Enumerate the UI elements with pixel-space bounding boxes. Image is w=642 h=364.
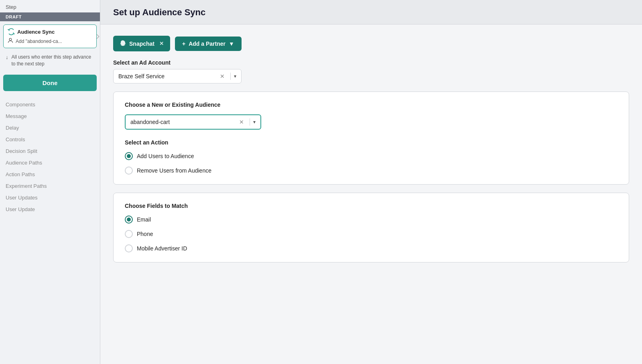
field-email-radio[interactable]: [125, 216, 133, 224]
action-add-label: Add Users to Audience: [137, 153, 194, 159]
dropdown-caret-icon: ▼: [229, 41, 234, 47]
fields-card: Choose Fields to Match Email Phone Mobil…: [113, 193, 629, 262]
step-name: Audience Sync: [17, 29, 55, 35]
action-remove-radio[interactable]: [125, 167, 133, 175]
down-arrow-icon: ↓: [6, 54, 8, 61]
sidebar-item-message[interactable]: Message: [6, 113, 94, 119]
sidebar-item-audience-paths[interactable]: Audience Paths: [6, 160, 94, 166]
field-phone-radio[interactable]: [125, 230, 133, 238]
action-section-label: Select an Action: [125, 139, 618, 146]
snapchat-partner-button[interactable]: Snapchat ✕: [113, 36, 170, 51]
audience-clear-icon[interactable]: ✕: [239, 119, 244, 125]
svg-point-0: [9, 38, 12, 41]
sidebar-item-user-update[interactable]: User Update: [6, 206, 94, 212]
user-icon: [8, 38, 13, 45]
field-phone[interactable]: Phone: [125, 230, 618, 238]
sidebar-nav: Components Message Delay Controls Decisi…: [0, 98, 100, 216]
audience-caret-icon[interactable]: ▾: [253, 119, 256, 125]
audience-section: Choose a New or Existing Audience abando…: [125, 102, 618, 130]
field-email-label: Email: [137, 216, 151, 223]
sync-icon: [8, 28, 15, 35]
sidebar-item-user-updates[interactable]: User Updates: [6, 195, 94, 201]
audience-action-card: Choose a New or Existing Audience abando…: [113, 92, 629, 185]
sidebar-item-delay[interactable]: Delay: [6, 125, 94, 131]
fields-radio-group: Email Phone Mobile Advertiser ID: [125, 216, 618, 252]
page-title: Set up Audience Sync: [113, 7, 629, 18]
ad-account-select[interactable]: Braze Self Service ✕ ▾: [113, 69, 242, 83]
step-sub-label: Add "abandoned-ca...: [16, 39, 62, 44]
divider: [250, 118, 250, 126]
ad-account-label: Select an Ad Account: [113, 59, 629, 66]
field-mobile-label: Mobile Advertiser ID: [137, 245, 187, 252]
sidebar-item-components[interactable]: Components: [6, 102, 94, 108]
action-add-radio[interactable]: [125, 152, 133, 160]
chevron-right-icon: [96, 34, 102, 39]
ad-account-caret-icon[interactable]: ▾: [234, 73, 236, 79]
sidebar-item-experiment-paths[interactable]: Experiment Paths: [6, 183, 94, 189]
sidebar-step-audience-sync[interactable]: Audience Sync Add "abandoned-ca...: [3, 24, 97, 48]
audience-value: abandoned-cart: [130, 119, 239, 125]
plus-icon: +: [182, 41, 185, 47]
snapchat-label: Snapchat: [129, 41, 154, 47]
add-partner-label: Add a Partner: [189, 41, 226, 47]
action-radio-group: Add Users to Audience Remove Users from …: [125, 152, 618, 175]
audience-section-label: Choose a New or Existing Audience: [125, 102, 618, 108]
action-add-users[interactable]: Add Users to Audience: [125, 152, 618, 160]
field-email[interactable]: Email: [125, 216, 618, 224]
done-button[interactable]: Done: [3, 75, 97, 91]
step-label: Step: [0, 0, 100, 12]
snapchat-icon: [120, 40, 126, 47]
draft-badge: DRAFT: [0, 12, 100, 21]
partner-row: Snapchat ✕ + Add a Partner ▼: [113, 36, 629, 51]
page-header: Set up Audience Sync: [100, 0, 642, 24]
action-remove-label: Remove Users from Audience: [137, 167, 211, 174]
main-content: Set up Audience Sync Snapchat ✕ + Add a …: [100, 0, 642, 364]
sidebar-item-action-paths[interactable]: Action Paths: [6, 171, 94, 177]
sidebar: Step DRAFT Audience Sync Add "abandon: [0, 0, 100, 364]
field-mobile-radio[interactable]: [125, 244, 133, 252]
ad-account-clear-icon[interactable]: ✕: [220, 73, 225, 79]
action-section: Select an Action Add Users to Audience R…: [125, 139, 618, 175]
ad-account-section: Select an Ad Account Braze Self Service …: [113, 59, 629, 83]
action-remove-users[interactable]: Remove Users from Audience: [125, 167, 618, 175]
main-body: Snapchat ✕ + Add a Partner ▼ Select an A…: [100, 24, 642, 306]
fields-section-label: Choose Fields to Match: [125, 203, 618, 209]
sidebar-item-controls[interactable]: Controls: [6, 136, 94, 142]
field-mobile-advertiser-id[interactable]: Mobile Advertiser ID: [125, 244, 618, 252]
add-partner-button[interactable]: + Add a Partner ▼: [175, 37, 242, 51]
divider: [230, 73, 231, 80]
field-phone-label: Phone: [137, 231, 153, 237]
advance-note: ↓ All users who enter this step advance …: [0, 50, 100, 71]
sidebar-item-decision-split[interactable]: Decision Split: [6, 148, 94, 154]
ad-account-value: Braze Self Service: [118, 73, 220, 79]
audience-select[interactable]: abandoned-cart ✕ ▾: [125, 114, 261, 130]
remove-partner-icon[interactable]: ✕: [159, 41, 164, 47]
